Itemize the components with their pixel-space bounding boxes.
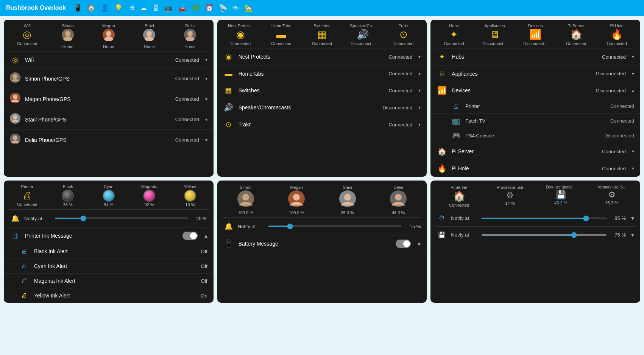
piserver-metric-col: Pi Server 🏠 Connected (433, 185, 484, 207)
staci-row[interactable]: Staci Phone/GPS Connected ▾ (4, 109, 214, 130)
appliances-row[interactable]: 🖥 Appliances Disconnected ▾ (430, 65, 640, 82)
printer-toggle-knob (190, 232, 197, 239)
nav-tv-icon[interactable]: 📺 (164, 4, 173, 12)
simon-label: Simon Phone/GPS (25, 76, 171, 82)
nav-light-icon[interactable]: 💡 (114, 4, 123, 12)
delia-chevron: ▾ (205, 137, 207, 143)
piserver-chevron: ▾ (632, 149, 634, 154)
battery-message-toggle[interactable] (396, 240, 411, 248)
hometabs-row[interactable]: ▬ HomeTabs Connected ▾ (217, 65, 427, 82)
speaker-row[interactable]: 🔊 Speaker/Chromecasts Disconnected ▾ (217, 99, 427, 116)
delia-avatar (10, 134, 20, 146)
nav-broadcast-icon[interactable]: 📡 (219, 4, 227, 12)
wifi-row[interactable]: ◎ Wifi Connected ▾ (4, 51, 214, 69)
nav-cloud-icon[interactable]: ☁ (140, 4, 147, 12)
piserver-label: Pi Server (452, 148, 597, 154)
nav-settings-icon[interactable]: 🎛 (152, 4, 159, 12)
speaker-status: Disconnected (383, 105, 413, 111)
fetchtv-sub-status: Connected (610, 118, 634, 124)
yellow-ink-alert-row: 🖨 Yellow Ink Alert On (4, 288, 214, 303)
yellow-ink-icon: 🖨 (19, 292, 30, 299)
yellow-col-header: Yellow 10 % (170, 184, 211, 207)
cyan-ink-alert-row: 🖨 Cyan Ink Alert Off (4, 259, 214, 274)
nav-person-icon[interactable]: 👤 (101, 4, 109, 12)
devices-chevron-up: ▴ (632, 88, 634, 93)
piserver-row[interactable]: 🏠 Pi Server Connected ▾ (430, 143, 640, 160)
black-ink-label: Black Ink Alert (34, 248, 196, 254)
printer-message-icon: 🖨 (10, 231, 20, 240)
svg-point-17 (242, 194, 249, 201)
hubs-label: Hubs (452, 54, 597, 60)
hubs-row[interactable]: ✦ Hubs Connected ▾ (430, 48, 640, 65)
network-card-header: Hubs ✦ Connected Appliances 🖥 Disconnect… (430, 20, 640, 48)
svg-point-19 (293, 194, 300, 201)
megan-avatar (10, 93, 20, 105)
trakr-status: Connected (388, 122, 412, 128)
pihole-label: Pi Hole (452, 165, 597, 171)
piserver-metrics-card: Pi Server 🏠 Connected Processor use ⚙ 14… (430, 181, 640, 303)
hubs-header: Hubs ✦ Connected (433, 23, 474, 46)
nav-car-icon[interactable]: 🚗 (178, 4, 186, 12)
memory-metric-col: Memory use (p... ⚙ 35.3 % (586, 185, 637, 207)
nest-row[interactable]: ◉ Nest Protects Connected ▾ (217, 48, 427, 65)
hubs-status: Connected (602, 54, 626, 60)
svg-point-7 (187, 31, 193, 36)
printer-toggle-chevron: ▴ (204, 232, 207, 239)
cpu-notify-chevron: ▾ (631, 215, 634, 222)
delia-row[interactable]: Delia Phone/GPS Connected ▾ (4, 130, 214, 150)
home-devices-card: Nest Protec... ◉ Connected HomeTabs ▬ Co… (217, 20, 427, 177)
nav-clock-icon[interactable]: ⏰ (205, 4, 214, 12)
fetchtv-sub-row: 📺 Fetch TV Connected (430, 114, 640, 128)
battery-notify-icon: 🔔 (223, 222, 234, 230)
delia-status: Connected (175, 137, 199, 143)
printer-notify-row: 🔔 Notify at 20 % (4, 210, 214, 227)
switches-row[interactable]: ▦ Switches Connected ▾ (217, 82, 427, 99)
switches-status: Connected (388, 88, 412, 93)
nav-eye-icon[interactable]: 👁 (232, 4, 239, 12)
printer-col-header: Printer 🖨 Connected (7, 184, 48, 207)
disk-notify-slider[interactable] (481, 234, 607, 236)
cpu-notify-icon: ⏱ (437, 215, 447, 222)
printer-notify-label: Notify at (24, 216, 51, 221)
simon-battery-header: Simon 100.0 % (220, 185, 271, 215)
svg-point-1 (65, 31, 70, 36)
switches-header: Switches ▦ Connected (302, 23, 343, 46)
people-wifi-card: Wifi ◎ Connected Simon Home Megan Home S… (4, 20, 214, 177)
cpu-notify-slider[interactable] (481, 218, 607, 219)
nav-leaf-icon[interactable]: 🌿 (192, 4, 200, 12)
megan-chevron: ▾ (205, 97, 207, 102)
hometabs-header: HomeTabs ▬ Connected (261, 23, 302, 46)
printer-notify-icon: 🔔 (10, 214, 20, 223)
megan-battery-header: Megan 100.0 % (271, 185, 322, 215)
printer-card-header: Printer 🖨 Connected Black 36 % Cyan 94 %… (4, 181, 214, 209)
nav-house-icon[interactable]: 🏡 (245, 4, 253, 12)
disk-notify-row: 💾 Notify at 75 % ▾ (430, 227, 640, 243)
battery-notify-slider[interactable] (268, 226, 402, 227)
disk-notify-value: 75 % (611, 232, 626, 238)
megan-row[interactable]: Megan Phone/GPS Connected ▾ (4, 89, 214, 109)
printer-message-toggle[interactable] (182, 232, 198, 240)
staci-battery-header: Staci 35.0 % (322, 185, 373, 215)
delia-battery-header: Delia 48.0 % (373, 185, 424, 215)
printer-notify-slider[interactable] (55, 218, 189, 219)
pihole-icon: 🔥 (437, 164, 447, 173)
cyan-ink-label: Cyan Ink Alert (34, 263, 196, 269)
ps4-sub-icon: 🎮 (452, 131, 461, 140)
nav-monitor-icon[interactable]: 🖥 (128, 4, 135, 12)
battery-notify-label: Notify at (238, 224, 264, 229)
magenta-ink-status: Off (201, 278, 207, 284)
delia-label: Delia Phone/GPS (25, 137, 171, 143)
staci-header: Staci Home (129, 23, 170, 49)
nav-home-icon[interactable]: 🏠 (87, 4, 95, 12)
simon-row[interactable]: Simon Phone/GPS Connected ▾ (4, 69, 214, 89)
piserver-metrics-header: Pi Server 🏠 Connected Processor use ⚙ 14… (430, 181, 640, 210)
simon-status: Connected (175, 76, 199, 81)
trakr-row[interactable]: ⊙ Trakr Connected ▾ (217, 116, 427, 133)
nav-mobile-icon[interactable]: 📱 (73, 4, 82, 12)
main-grid: Wifi ◎ Connected Simon Home Megan Home S… (0, 16, 644, 307)
devices-row[interactable]: 📶 Devices Disconnected ▴ (430, 82, 640, 99)
app-header: Rushbrook Overlook 📱 🏠 👤 💡 🖥 ☁ 🎛 📺 🚗 🌿 ⏰… (0, 0, 644, 16)
pihole-row[interactable]: 🔥 Pi Hole Connected ▾ (430, 160, 640, 177)
piserver-header: Pi Server 🏠 Connected (556, 23, 597, 46)
staci-avatar (10, 113, 20, 126)
